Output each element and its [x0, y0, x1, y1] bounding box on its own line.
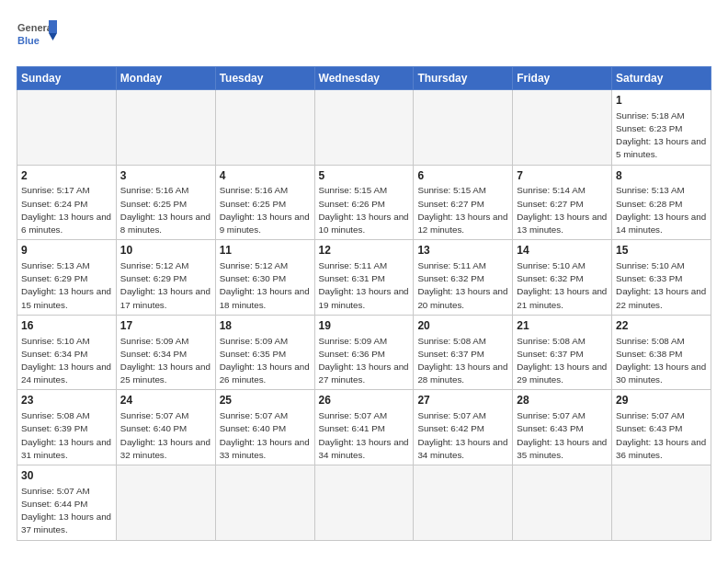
table-row: 12Sunrise: 5:11 AM Sunset: 6:31 PM Dayli… [314, 240, 414, 316]
calendar-week-row: 1Sunrise: 5:18 AM Sunset: 6:23 PM Daylig… [17, 90, 711, 166]
table-row: 29Sunrise: 5:07 AM Sunset: 6:43 PM Dayli… [612, 390, 711, 465]
day-info: Sunrise: 5:07 AM Sunset: 6:43 PM Dayligh… [616, 409, 707, 462]
day-number: 24 [120, 393, 211, 408]
calendar-week-row: 2Sunrise: 5:17 AM Sunset: 6:24 PM Daylig… [17, 165, 711, 240]
day-number: 25 [220, 393, 311, 408]
day-number: 17 [120, 318, 211, 334]
day-number: 18 [220, 318, 311, 334]
table-row: 27Sunrise: 5:07 AM Sunset: 6:42 PM Dayli… [414, 390, 513, 465]
day-info: Sunrise: 5:08 AM Sunset: 6:39 PM Dayligh… [21, 409, 112, 462]
day-info: Sunrise: 5:10 AM Sunset: 6:34 PM Dayligh… [21, 335, 112, 387]
table-row [116, 465, 215, 541]
col-monday: Monday [116, 67, 215, 90]
day-number: 9 [21, 243, 112, 259]
table-row: 15Sunrise: 5:10 AM Sunset: 6:33 PM Dayli… [612, 240, 711, 316]
col-tuesday: Tuesday [215, 67, 314, 90]
day-info: Sunrise: 5:08 AM Sunset: 6:38 PM Dayligh… [616, 335, 707, 387]
day-info: Sunrise: 5:13 AM Sunset: 6:28 PM Dayligh… [616, 184, 707, 236]
day-number: 1 [616, 93, 707, 109]
day-info: Sunrise: 5:13 AM Sunset: 6:29 PM Dayligh… [21, 259, 112, 312]
day-info: Sunrise: 5:11 AM Sunset: 6:31 PM Dayligh… [319, 259, 410, 312]
day-number: 4 [220, 168, 311, 184]
table-row: 6Sunrise: 5:15 AM Sunset: 6:27 PM Daylig… [414, 165, 513, 240]
table-row: 22Sunrise: 5:08 AM Sunset: 6:38 PM Dayli… [612, 315, 711, 390]
day-number: 16 [21, 318, 112, 334]
table-row: 25Sunrise: 5:07 AM Sunset: 6:40 PM Dayli… [215, 390, 314, 465]
col-thursday: Thursday [414, 67, 513, 90]
day-info: Sunrise: 5:10 AM Sunset: 6:33 PM Dayligh… [616, 259, 707, 312]
day-number: 13 [417, 243, 508, 259]
day-number: 29 [616, 393, 707, 408]
day-number: 7 [517, 168, 608, 184]
logo-svg: General Blue [17, 17, 57, 57]
day-number: 3 [120, 168, 211, 184]
day-info: Sunrise: 5:08 AM Sunset: 6:37 PM Dayligh… [417, 335, 508, 387]
table-row: 19Sunrise: 5:09 AM Sunset: 6:36 PM Dayli… [314, 315, 414, 390]
day-info: Sunrise: 5:15 AM Sunset: 6:27 PM Dayligh… [417, 184, 508, 236]
day-info: Sunrise: 5:07 AM Sunset: 6:40 PM Dayligh… [120, 409, 211, 462]
day-number: 14 [517, 243, 608, 259]
svg-marker-4 [49, 33, 57, 40]
day-number: 19 [319, 318, 410, 334]
day-number: 20 [417, 318, 508, 334]
day-info: Sunrise: 5:09 AM Sunset: 6:35 PM Dayligh… [220, 335, 311, 387]
day-info: Sunrise: 5:15 AM Sunset: 6:26 PM Dayligh… [319, 184, 410, 236]
day-info: Sunrise: 5:07 AM Sunset: 6:40 PM Dayligh… [220, 409, 311, 462]
day-info: Sunrise: 5:11 AM Sunset: 6:32 PM Dayligh… [417, 259, 508, 312]
day-info: Sunrise: 5:10 AM Sunset: 6:32 PM Dayligh… [517, 259, 608, 312]
table-row: 8Sunrise: 5:13 AM Sunset: 6:28 PM Daylig… [612, 165, 711, 240]
day-number: 15 [616, 243, 707, 259]
day-number: 27 [417, 393, 508, 408]
table-row: 3Sunrise: 5:16 AM Sunset: 6:25 PM Daylig… [116, 165, 215, 240]
table-row [612, 465, 711, 541]
table-row [314, 90, 414, 166]
table-row: 4Sunrise: 5:16 AM Sunset: 6:25 PM Daylig… [215, 165, 314, 240]
table-row: 13Sunrise: 5:11 AM Sunset: 6:32 PM Dayli… [414, 240, 513, 316]
table-row: 7Sunrise: 5:14 AM Sunset: 6:27 PM Daylig… [513, 165, 612, 240]
table-row: 23Sunrise: 5:08 AM Sunset: 6:39 PM Dayli… [17, 390, 117, 465]
day-number: 26 [319, 393, 410, 408]
table-row: 24Sunrise: 5:07 AM Sunset: 6:40 PM Dayli… [116, 390, 215, 465]
calendar-header-row: Sunday Monday Tuesday Wednesday Thursday… [17, 67, 711, 90]
day-number: 10 [120, 243, 211, 259]
table-row: 26Sunrise: 5:07 AM Sunset: 6:41 PM Dayli… [314, 390, 414, 465]
table-row [414, 465, 513, 541]
day-info: Sunrise: 5:07 AM Sunset: 6:42 PM Dayligh… [417, 409, 508, 462]
day-number: 30 [21, 468, 112, 484]
day-number: 22 [616, 318, 707, 334]
day-info: Sunrise: 5:16 AM Sunset: 6:25 PM Dayligh… [220, 184, 311, 236]
calendar-week-row: 23Sunrise: 5:08 AM Sunset: 6:39 PM Dayli… [17, 390, 711, 465]
table-row: 9Sunrise: 5:13 AM Sunset: 6:29 PM Daylig… [17, 240, 117, 316]
day-info: Sunrise: 5:14 AM Sunset: 6:27 PM Dayligh… [517, 184, 608, 236]
table-row [215, 90, 314, 166]
day-info: Sunrise: 5:09 AM Sunset: 6:36 PM Dayligh… [319, 335, 410, 387]
calendar: Sunday Monday Tuesday Wednesday Thursday… [17, 66, 711, 541]
day-number: 5 [319, 168, 410, 184]
day-info: Sunrise: 5:07 AM Sunset: 6:41 PM Dayligh… [319, 409, 410, 462]
day-info: Sunrise: 5:07 AM Sunset: 6:43 PM Dayligh… [517, 409, 608, 462]
table-row: 20Sunrise: 5:08 AM Sunset: 6:37 PM Dayli… [414, 315, 513, 390]
day-info: Sunrise: 5:09 AM Sunset: 6:34 PM Dayligh… [120, 335, 211, 387]
svg-marker-3 [49, 20, 57, 33]
calendar-week-row: 30Sunrise: 5:07 AM Sunset: 6:44 PM Dayli… [17, 465, 711, 541]
calendar-week-row: 16Sunrise: 5:10 AM Sunset: 6:34 PM Dayli… [17, 315, 711, 390]
table-row: 28Sunrise: 5:07 AM Sunset: 6:43 PM Dayli… [513, 390, 612, 465]
table-row [314, 465, 414, 541]
col-saturday: Saturday [612, 67, 711, 90]
table-row: 18Sunrise: 5:09 AM Sunset: 6:35 PM Dayli… [215, 315, 314, 390]
table-row [215, 465, 314, 541]
day-info: Sunrise: 5:08 AM Sunset: 6:37 PM Dayligh… [517, 335, 608, 387]
day-info: Sunrise: 5:07 AM Sunset: 6:44 PM Dayligh… [21, 485, 112, 537]
day-number: 8 [616, 168, 707, 184]
table-row: 11Sunrise: 5:12 AM Sunset: 6:30 PM Dayli… [215, 240, 314, 316]
table-row: 1Sunrise: 5:18 AM Sunset: 6:23 PM Daylig… [612, 90, 711, 166]
day-info: Sunrise: 5:12 AM Sunset: 6:29 PM Dayligh… [120, 259, 211, 312]
table-row: 5Sunrise: 5:15 AM Sunset: 6:26 PM Daylig… [314, 165, 414, 240]
day-number: 11 [220, 243, 311, 259]
day-number: 6 [417, 168, 508, 184]
table-row [17, 90, 117, 166]
table-row: 14Sunrise: 5:10 AM Sunset: 6:32 PM Dayli… [513, 240, 612, 316]
table-row: 17Sunrise: 5:09 AM Sunset: 6:34 PM Dayli… [116, 315, 215, 390]
table-row [414, 90, 513, 166]
table-row: 10Sunrise: 5:12 AM Sunset: 6:29 PM Dayli… [116, 240, 215, 316]
